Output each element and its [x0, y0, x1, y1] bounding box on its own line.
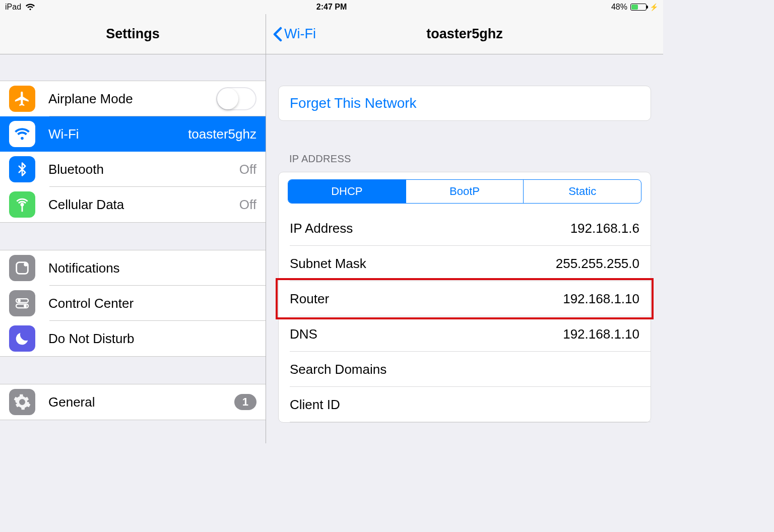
airplane-icon — [9, 86, 35, 112]
sidebar-navbar: Settings — [0, 14, 266, 54]
settings-sidebar: Settings Airplane Mode — [0, 14, 266, 443]
segment-dhcp[interactable]: DHCP — [288, 180, 406, 203]
ip-row-router[interactable]: Router 192.168.1.10 — [279, 281, 651, 316]
sidebar-group: Notifications Control Center — [0, 250, 266, 357]
sidebar-item-label: Control Center — [48, 296, 256, 311]
airplane-toggle[interactable] — [216, 87, 256, 110]
ip-row-client-id[interactable]: Client ID — [279, 387, 651, 422]
battery-icon — [630, 4, 647, 11]
sidebar-item-label: Notifications — [48, 260, 256, 276]
sidebar-item-label: Do Not Disturb — [48, 331, 256, 347]
cellular-icon — [9, 191, 35, 218]
ip-row-label: Subnet Mask — [290, 256, 556, 272]
ip-row-search-domains[interactable]: Search Domains — [279, 352, 651, 387]
sidebar-item-detail: toaster5ghz — [188, 126, 256, 142]
ip-mode-segments: DHCP BootP Static — [288, 179, 641, 204]
ip-row-label: DNS — [290, 326, 563, 342]
back-label: Wi-Fi — [284, 26, 316, 42]
sidebar-item-detail: Off — [239, 197, 256, 213]
svg-point-0 — [21, 204, 23, 206]
forget-network-button[interactable]: Forget This Network — [278, 86, 651, 121]
ip-row-value: 192.168.1.10 — [563, 291, 639, 307]
clock: 2:47 PM — [223, 3, 440, 12]
sidebar-item-control-center[interactable]: Control Center — [0, 286, 266, 321]
dnd-icon — [9, 325, 35, 352]
sidebar-item-bluetooth[interactable]: Bluetooth Off — [0, 152, 266, 187]
ip-row-value: 192.168.1.6 — [570, 221, 639, 236]
control-center-icon — [9, 290, 35, 316]
wifi-icon — [9, 121, 35, 147]
svg-point-2 — [24, 262, 28, 267]
chevron-left-icon — [273, 27, 282, 42]
ip-row-label: Client ID — [290, 397, 639, 413]
sidebar-item-general[interactable]: General 1 — [0, 384, 266, 420]
sidebar-item-label: General — [48, 394, 234, 410]
badge: 1 — [234, 394, 256, 410]
battery-percent: 48% — [611, 3, 627, 12]
sidebar-group: General 1 — [0, 384, 266, 420]
status-bar: iPad 2:47 PM 48% ⚡ — [0, 0, 663, 14]
sidebar-item-cellular-data[interactable]: Cellular Data Off — [0, 187, 266, 222]
ip-row-label: IP Address — [290, 221, 570, 236]
back-button[interactable]: Wi-Fi — [266, 26, 316, 42]
charging-icon: ⚡ — [650, 4, 658, 11]
ip-row-subnet-mask[interactable]: Subnet Mask 255.255.255.0 — [279, 246, 651, 281]
sidebar-item-do-not-disturb[interactable]: Do Not Disturb — [0, 321, 266, 356]
svg-point-6 — [24, 304, 27, 307]
sidebar-item-detail: Off — [239, 162, 256, 177]
sidebar-item-label: Wi-Fi — [48, 126, 188, 142]
ip-row-value: 255.255.255.0 — [556, 256, 639, 272]
segment-bootp[interactable]: BootP — [406, 180, 524, 203]
sidebar-item-label: Cellular Data — [48, 197, 239, 213]
detail-navbar: Wi-Fi toaster5ghz — [266, 14, 663, 54]
segment-static[interactable]: Static — [523, 180, 641, 203]
svg-point-4 — [18, 299, 21, 302]
sidebar-group: Airplane Mode Wi-Fi toaster5ghz — [0, 81, 266, 223]
notifications-icon — [9, 255, 35, 281]
ip-address-section-header: IP ADDRESS — [278, 153, 651, 172]
detail-pane: Wi-Fi toaster5ghz Forget This Network IP… — [266, 14, 663, 443]
device-label: iPad — [5, 3, 21, 12]
ip-address-card: DHCP BootP Static IP Address 192.168.1.6… — [278, 172, 651, 423]
ip-row-value: 192.168.1.10 — [563, 326, 639, 342]
ip-row-label: Search Domains — [290, 362, 639, 377]
sidebar-item-notifications[interactable]: Notifications — [0, 250, 266, 286]
bluetooth-icon — [9, 156, 35, 182]
ip-row-label: Router — [290, 291, 563, 307]
gear-icon — [9, 389, 35, 415]
sidebar-item-wifi[interactable]: Wi-Fi toaster5ghz — [0, 116, 266, 152]
ip-row-dns[interactable]: DNS 192.168.1.10 — [279, 316, 651, 352]
detail-title: toaster5ghz — [426, 26, 503, 42]
sidebar-title: Settings — [106, 26, 160, 42]
ip-row-ip-address[interactable]: IP Address 192.168.1.6 — [279, 211, 651, 246]
sidebar-item-airplane-mode[interactable]: Airplane Mode — [0, 81, 266, 116]
wifi-icon — [25, 4, 35, 11]
sidebar-item-label: Bluetooth — [48, 162, 239, 177]
sidebar-item-label: Airplane Mode — [48, 91, 216, 107]
